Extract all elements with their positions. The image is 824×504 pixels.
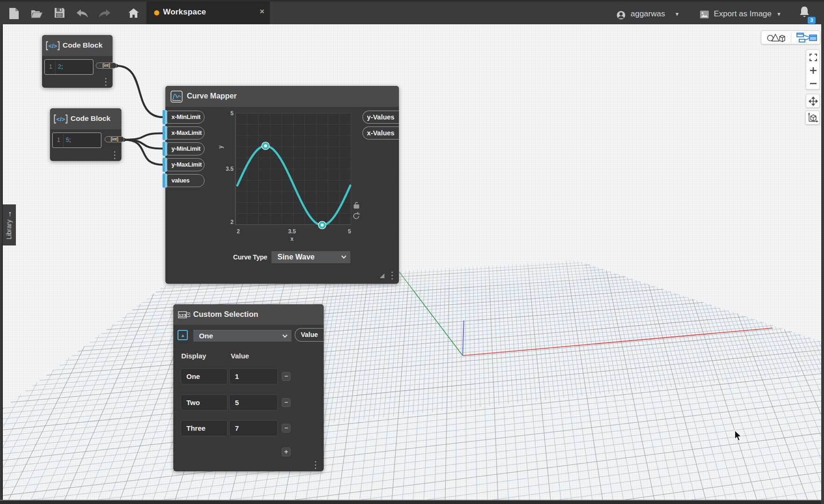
svg-text:y: y — [217, 145, 224, 148]
svg-text:2: 2 — [230, 219, 234, 225]
svg-text:5: 5 — [348, 228, 351, 235]
svg-text:x: x — [291, 236, 294, 242]
svg-text:</>: </> — [49, 42, 57, 49]
svg-text:2: 2 — [237, 228, 240, 235]
svg-text:3.5: 3.5 — [288, 228, 296, 235]
svg-text:123: 123 — [178, 313, 186, 318]
svg-text:</>: </> — [57, 116, 65, 123]
svg-text:5: 5 — [230, 110, 234, 117]
svg-text:3.5: 3.5 — [226, 166, 234, 172]
